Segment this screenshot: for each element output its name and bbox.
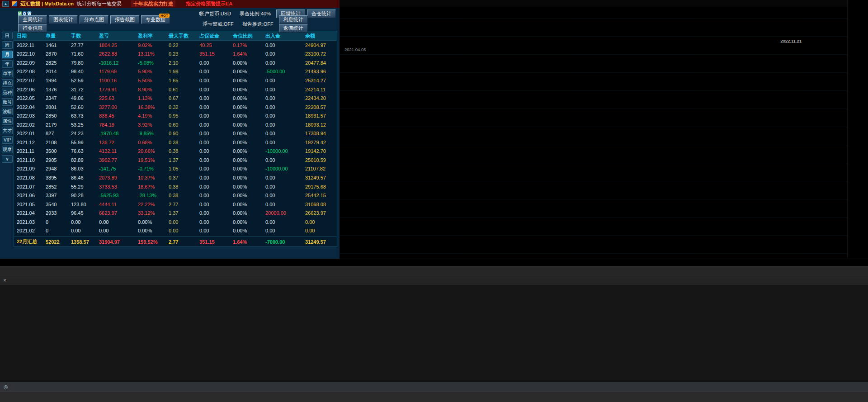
- sidebar-item-属性[interactable]: 属性: [2, 117, 13, 125]
- sidebar-item-年[interactable]: 年: [2, 60, 13, 68]
- promo-ea-link[interactable]: 指定价格预警提示EA: [186, 0, 232, 7]
- sidebar-item-月[interactable]: 月: [2, 51, 13, 58]
- stats-month-row[interactable]: 2021.053540123.804444.1122.22%2.770.000.…: [14, 200, 337, 209]
- stats-cell: 18931.57: [302, 113, 337, 118]
- stats-cell: 0.00%: [230, 131, 263, 136]
- stats-toolbar-button[interactable]: 图表统计: [49, 15, 78, 24]
- stats-cell: 26623.97: [302, 210, 337, 216]
- stats-month-row[interactable]: 2022.0182724.23-1970.48-9.85%0.900.000.0…: [14, 129, 337, 138]
- stats-cell: 49.06: [68, 95, 96, 101]
- sidebar-item-品种[interactable]: 品种: [2, 89, 13, 96]
- stats-month-row[interactable]: 2021.07285255.293733.5318.67%0.380.000.0…: [14, 182, 337, 191]
- stats-month-row[interactable]: 2021.0300.000.000.00%0.000.000.00%0.000.…: [14, 218, 337, 227]
- stats-month-row[interactable]: 2022.02217953.25784.183.92%0.600.000.00%…: [14, 120, 337, 129]
- stats-cell: 0.00: [263, 95, 302, 101]
- close-toolbox-icon[interactable]: ×: [3, 278, 6, 284]
- stats-cell: 3.92%: [135, 122, 166, 128]
- trading-terminal: { "stats_panel": { "collapse_button": "▲…: [0, 0, 868, 402]
- stats-cell: 86.03: [68, 166, 96, 171]
- stats-month-row[interactable]: 2022.08201498.401179.695.90%1.980.000.00…: [14, 67, 337, 76]
- stats-cell: 2021.08: [14, 175, 43, 180]
- stats-cell: 4444.11: [96, 202, 135, 207]
- stats-month-row[interactable]: 2021.04293396.456623.9733.12%1.370.000.0…: [14, 208, 337, 218]
- stats-col-header[interactable]: 出入金: [263, 33, 302, 39]
- stats-cell: 0.00: [263, 87, 302, 92]
- stats-summary-cell: 31249.57: [302, 239, 337, 245]
- stats-cell: 2021.11: [14, 148, 43, 154]
- stats-toolbar-button[interactable]: 报告截图: [110, 15, 139, 24]
- stats-month-row[interactable]: 2022.07199452.591100.165.50%1.650.000.00…: [14, 76, 337, 85]
- sidebar-more-button[interactable]: ∨: [2, 155, 13, 163]
- stats-month-row[interactable]: 2022.09282579.80-1016.12-5.08%2.100.000.…: [14, 58, 337, 67]
- stats-cell: 3500: [43, 148, 68, 154]
- summary-status-icon: ◎: [4, 384, 8, 390]
- stats-col-header[interactable]: 盈亏: [96, 33, 135, 39]
- stats-cell: 6623.97: [96, 210, 135, 216]
- stats-cell: 0.00: [263, 43, 302, 48]
- stats-cell: 25010.59: [302, 157, 337, 163]
- stats-cell: 55.99: [68, 140, 96, 145]
- stats-cell: 63.73: [68, 113, 96, 118]
- equity-chart[interactable]: 2021.04.05 2022.11.21: [340, 7, 847, 52]
- stats-col-header[interactable]: 合位比例: [230, 33, 263, 39]
- time-axis[interactable]: [0, 259, 868, 266]
- stats-cell: 0.00%: [230, 69, 263, 74]
- stats-cell: 0.00: [263, 78, 302, 83]
- stats-col-header[interactable]: 占保证金: [197, 33, 230, 39]
- stats-cell: 0.00: [197, 228, 230, 233]
- stats-col-header[interactable]: 日期: [14, 33, 43, 39]
- panel-collapse-button[interactable]: ▲: [2, 1, 9, 7]
- stats-cell: 0.95: [166, 113, 197, 118]
- stats-cell: 0.00: [263, 175, 302, 180]
- stats-month-row[interactable]: 2021.09294886.03-141.75-0.71%1.050.000.0…: [14, 165, 337, 174]
- stats-cell: 0.60: [166, 122, 197, 128]
- weekly-stats-table: [340, 52, 847, 259]
- orders-header: ×: [0, 276, 868, 285]
- stats-cell: 2021.06: [14, 193, 43, 198]
- sidebar-item-持仓[interactable]: 持仓: [2, 79, 13, 87]
- stats-col-header[interactable]: 余额: [302, 33, 337, 39]
- stats-toolbar-button[interactable]: 分布点图: [80, 15, 108, 24]
- sidebar-item-观摩[interactable]: 观摩: [2, 146, 13, 153]
- stats-cell: 16.38%: [135, 104, 166, 110]
- stats-month-row[interactable]: 2021.11350076.634132.1120.66%0.380.000.0…: [14, 147, 337, 156]
- sidebar-item-周[interactable]: 周: [2, 41, 13, 49]
- stats-toolbar-button[interactable]: 行业信息: [18, 24, 47, 33]
- stats-summary-cell: 1358.57: [68, 239, 96, 245]
- stats-cell: 2021.10: [14, 157, 43, 163]
- stats-col-header[interactable]: 盈利率: [135, 33, 166, 39]
- stats-col-header[interactable]: 最大手数: [166, 33, 197, 39]
- stats-cell: 79.80: [68, 60, 96, 66]
- sidebar-item-波幅[interactable]: 波幅: [2, 108, 13, 115]
- stats-extra-button[interactable]: 返佣统计: [279, 24, 308, 33]
- stats-cell: 0.00: [197, 166, 230, 171]
- stats-month-row[interactable]: 2021.10290582.893902.7719.51%1.370.000.0…: [14, 156, 337, 165]
- sidebar-item-大才[interactable]: 大才: [2, 127, 13, 134]
- sidebar-item-单币[interactable]: 单币: [2, 70, 13, 77]
- stats-col-header[interactable]: 手数: [68, 33, 96, 39]
- stats-month-row[interactable]: 2022.05234749.06225.631.13%0.670.000.00%…: [14, 94, 337, 103]
- stats-cell: 2014: [43, 69, 68, 74]
- stats-col-header[interactable]: 单量: [43, 33, 68, 39]
- stats-month-row[interactable]: 2022.04280152.603277.0016.38%0.320.000.0…: [14, 103, 337, 112]
- stats-month-row[interactable]: 2022.06137631.721779.918.90%0.610.000.00…: [14, 85, 337, 94]
- sidebar-item-日[interactable]: 日: [2, 32, 13, 39]
- price-scale[interactable]: [847, 0, 868, 259]
- stats-month-row[interactable]: 2022.11146127.771804.259.02%0.2240.250.1…: [14, 41, 337, 50]
- stats-toolbar-button[interactable]: 全局统计: [18, 15, 47, 24]
- brand-tagline: 统计分析每一笔交易: [77, 0, 122, 7]
- stats-month-row[interactable]: 2021.0200.000.000.00%0.000.000.00%0.000.…: [14, 226, 337, 235]
- sidebar-item-魔号[interactable]: 魔号: [2, 98, 13, 106]
- stats-month-row[interactable]: 2021.12210855.99136.720.68%0.380.000.00%…: [14, 138, 337, 147]
- stats-month-row[interactable]: 2022.03285063.73838.454.19%0.950.000.00%…: [14, 111, 337, 120]
- stats-cell: 2179: [43, 122, 68, 128]
- stats-month-row[interactable]: 2021.08339586.462073.8910.37%0.370.000.0…: [14, 173, 337, 182]
- chart-tab-bar: [0, 266, 868, 276]
- stats-extra-button[interactable]: 利息统计: [279, 15, 308, 24]
- stats-month-row[interactable]: 2022.10287071.602622.8813.11%0.23351.151…: [14, 50, 337, 59]
- stats-month-row[interactable]: 2021.06339790.28-5625.93-28.13%0.380.000…: [14, 191, 337, 200]
- stats-cell: 0.00: [197, 210, 230, 216]
- stats-menu-bar: [340, 0, 847, 7]
- sidebar-item-VIP[interactable]: VIP: [2, 136, 13, 144]
- stats-cell: 0.00: [197, 122, 230, 128]
